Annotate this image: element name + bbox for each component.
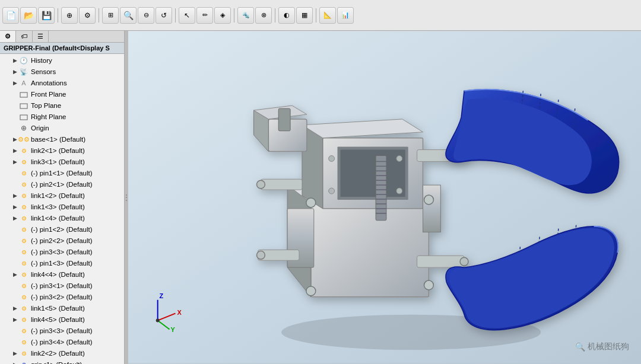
panel-tabs: ⚙ 🏷 ☰: [0, 31, 124, 43]
rebuild-button[interactable]: ⊕: [61, 7, 78, 24]
zoom-out-button[interactable]: ⊖: [138, 7, 154, 24]
part-label: (-) pin2<1> (Default): [31, 180, 93, 190]
top-plane-label: Top Plane: [31, 101, 61, 111]
watermark-text: 机械图纸狗: [588, 341, 629, 352]
property-tab[interactable]: 🏷: [16, 31, 33, 42]
plane-icon: [19, 90, 28, 100]
no-arrow: [12, 238, 18, 244]
annotation-icon: A: [19, 79, 28, 88]
list-item[interactable]: ▶ ⚙ link1<5> (Default): [0, 303, 124, 314]
tree-item-origin[interactable]: ⊕ Origin: [0, 123, 124, 134]
list-item[interactable]: ▶ ⚙ link4<5> (Default): [0, 314, 124, 325]
part-label: link4<5> (Default): [31, 315, 85, 325]
svg-point-35: [424, 280, 434, 290]
expand-arrow: ▶: [12, 317, 18, 323]
list-item[interactable]: ▶ ⚙ link4<4> (Default): [0, 269, 124, 280]
right-plane-label: Right Plane: [31, 112, 66, 122]
part-icon: ⚙: [19, 225, 28, 235]
svg-point-45: [460, 257, 468, 266]
list-item[interactable]: ⚙ (-) pin1<1> (Default): [0, 168, 124, 179]
svg-point-39: [396, 188, 402, 194]
viewport[interactable]: X Y Z 🔍 机械图纸狗: [128, 31, 641, 364]
open-button[interactable]: 📂: [20, 7, 37, 24]
list-item[interactable]: ⚙ (-) pin3<1> (Default): [0, 280, 124, 292]
list-item[interactable]: ⚙ (-) pin2<2> (Default): [0, 235, 124, 247]
list-item[interactable]: ⚙ (-) pin1<3> (Default): [0, 258, 124, 269]
panel-header: GRIPPER-Final (Default<Display S: [0, 43, 124, 54]
no-arrow: [12, 283, 18, 289]
no-arrow: [12, 250, 18, 256]
list-item[interactable]: ⚙ (-) pin1<2> (Default): [0, 224, 124, 235]
list-item[interactable]: ⚙ (-) pin3<2> (Default): [0, 292, 124, 303]
svg-rect-0: [20, 92, 27, 97]
evaluate-button[interactable]: 📊: [337, 7, 354, 24]
tree-item-front-plane[interactable]: Front Plane: [0, 89, 124, 100]
list-item[interactable]: ▶ ⚙ link1<2> (Default): [0, 190, 124, 202]
list-item[interactable]: ▶ ⚙ link2<1> (Default): [0, 145, 124, 157]
svg-point-33: [424, 195, 434, 205]
options-button[interactable]: ⚙: [79, 7, 96, 24]
svg-point-34: [306, 286, 316, 296]
svg-rect-13: [376, 155, 386, 220]
list-item[interactable]: ▶ ⚙ link3<1> (Default): [0, 157, 124, 168]
no-arrow: [12, 295, 18, 301]
sensor-icon: 📡: [19, 68, 28, 77]
sketch-button[interactable]: ✏: [196, 7, 213, 24]
part-label: (-) pin1<1> (Default): [31, 168, 93, 178]
tree-item-annotations[interactable]: ▶ A Annotations: [0, 78, 124, 89]
tree-item-sensors[interactable]: ▶ 📡 Sensors: [0, 66, 124, 78]
mate-button[interactable]: ⊗: [255, 7, 272, 24]
list-item[interactable]: ▶ ⚙ link2<2> (Default): [0, 348, 124, 359]
save-button[interactable]: 💾: [38, 7, 55, 24]
list-item[interactable]: ▶ ⚙ link1<4> (Default): [0, 213, 124, 224]
config-tab[interactable]: ☰: [33, 31, 49, 42]
part-icon: ⚙: [19, 248, 28, 257]
list-item[interactable]: ⚙ (-) pin3<3> (Default): [0, 325, 124, 337]
display-button[interactable]: ◐: [278, 7, 295, 24]
rotate-button[interactable]: ↺: [156, 7, 172, 24]
feature-button[interactable]: ◈: [214, 7, 231, 24]
expand-arrow: ▶: [12, 351, 18, 357]
expand-arrow: ▶: [12, 81, 18, 87]
part-icon: ⚙⚙: [19, 135, 28, 145]
svg-point-36: [329, 155, 335, 161]
expand-arrow: ▶: [12, 137, 18, 143]
sensors-label: Sensors: [31, 67, 56, 77]
svg-rect-2: [20, 115, 27, 120]
list-item[interactable]: ▶ ⚙ grip<1> (Default): [0, 359, 124, 364]
feature-tree[interactable]: ▶ 🕐 History ▶ 📡 Sensors ▶ A Annotations: [0, 54, 124, 364]
section-button[interactable]: ▦: [296, 7, 313, 24]
expand-arrow: ▶: [12, 205, 18, 210]
list-item[interactable]: ⚙ (-) pin2<1> (Default): [0, 179, 124, 190]
list-item[interactable]: ▶ ⚙⚙ base<1> (Default): [0, 134, 124, 145]
zoom-in-button[interactable]: 🔍: [120, 7, 137, 24]
feature-tab[interactable]: ⚙: [0, 31, 16, 42]
svg-text:Y: Y: [171, 326, 176, 333]
tree-item-top-plane[interactable]: Top Plane: [0, 100, 124, 111]
assembly-button[interactable]: 🔩: [237, 7, 254, 24]
svg-point-46: [256, 180, 265, 189]
tree-item-history[interactable]: ▶ 🕐 History: [0, 55, 124, 66]
expand-arrow: ▶: [12, 306, 18, 312]
part-label: link2<2> (Default): [31, 349, 85, 359]
select-button[interactable]: ↖: [179, 7, 195, 24]
measure-button[interactable]: 📐: [319, 7, 336, 24]
new-button[interactable]: 📄: [2, 7, 19, 24]
part-label: (-) pin3<2> (Default): [31, 292, 93, 302]
tree-item-right-plane[interactable]: Right Plane: [0, 111, 124, 123]
expand-arrow: ▶: [12, 362, 18, 365]
svg-text:Z: Z: [160, 292, 164, 299]
part-label: (-) pin3<1> (Default): [31, 281, 93, 291]
list-item[interactable]: ▶ ⚙ link1<3> (Default): [0, 202, 124, 213]
part-label: (-) pin3<3> (Default): [31, 326, 93, 336]
svg-rect-5: [311, 203, 429, 297]
svg-point-62: [156, 319, 160, 323]
parts-list: ▶ ⚙⚙ base<1> (Default) ▶ ⚙ link2<1> (Def…: [0, 134, 124, 364]
list-item[interactable]: ⚙ (-) pin3<4> (Default): [0, 337, 124, 348]
part-icon: ⚙: [19, 270, 28, 280]
list-item[interactable]: ⚙ (-) pin3<3> (Default): [0, 247, 124, 258]
zoom-fit-button[interactable]: ⊞: [102, 7, 119, 24]
part-icon: ⚙: [19, 349, 28, 359]
part-icon: ⚙: [19, 315, 28, 325]
main-content: ⚙ 🏷 ☰ GRIPPER-Final (Default<Display S ▶…: [0, 31, 641, 364]
